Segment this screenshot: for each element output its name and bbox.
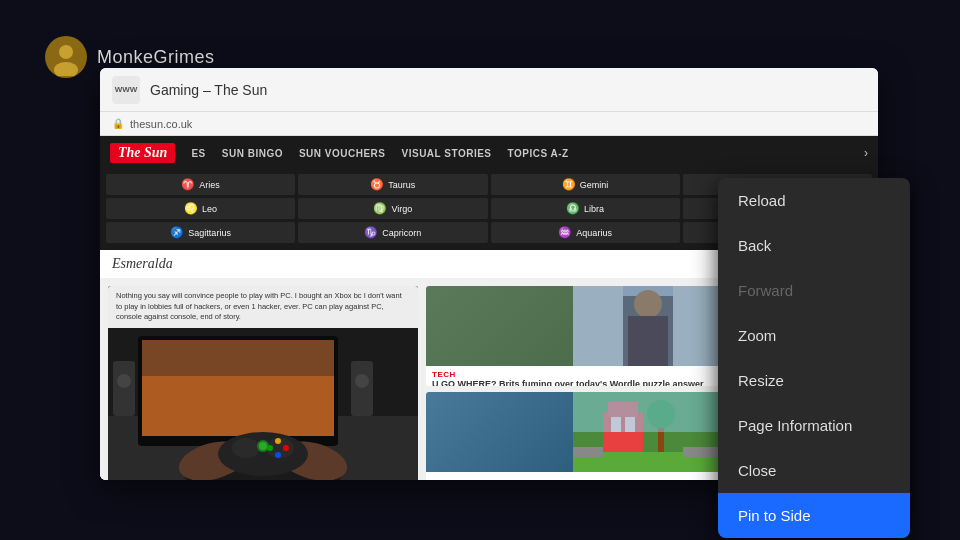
svg-rect-28 <box>628 316 668 366</box>
zodiac-capricorn[interactable]: ♑ Capricorn <box>298 222 487 243</box>
svg-point-24 <box>267 445 273 451</box>
menu-item-resize[interactable]: Resize <box>718 358 910 403</box>
nav-item-es[interactable]: ES <box>191 148 205 159</box>
sun-nav: The Sun ES SUN BINGO SUN VOUCHERS VISUAL… <box>100 136 878 170</box>
svg-rect-41 <box>683 447 723 457</box>
nav-arrow-icon[interactable]: › <box>864 146 868 160</box>
nav-item-topics[interactable]: TOPICS A-Z <box>508 148 569 159</box>
sun-logo: The Sun <box>110 143 175 163</box>
svg-rect-11 <box>351 361 373 416</box>
gaming-image: Nothing you say will convince people to … <box>108 286 418 480</box>
svg-rect-39 <box>573 392 723 432</box>
menu-item-reload[interactable]: Reload <box>718 178 910 223</box>
psychic-name: Esmeralda <box>112 256 173 272</box>
zodiac-taurus[interactable]: ♉ Taurus <box>298 174 487 195</box>
menu-item-close[interactable]: Close <box>718 448 910 493</box>
svg-rect-40 <box>573 447 603 457</box>
nav-item-bingo[interactable]: SUN BINGO <box>222 148 283 159</box>
zodiac-aquarius[interactable]: ♒ Aquarius <box>491 222 680 243</box>
context-menu: Reload Back Forward Zoom Resize Page Inf… <box>718 178 910 538</box>
avatar <box>45 36 87 78</box>
menu-item-page-info[interactable]: Page Information <box>718 403 910 448</box>
svg-point-17 <box>232 438 260 458</box>
nav-item-visual[interactable]: VISUAL STORIES <box>402 148 492 159</box>
svg-point-12 <box>355 374 369 388</box>
svg-point-27 <box>634 290 662 318</box>
svg-rect-9 <box>113 361 135 416</box>
lock-icon: 🔒 <box>112 118 124 129</box>
www-icon: WWW <box>112 76 140 104</box>
svg-point-22 <box>283 445 289 451</box>
menu-item-pin[interactable]: Pin to Side <box>718 493 910 538</box>
svg-point-1 <box>59 45 73 59</box>
url-text: thesun.co.uk <box>130 118 192 130</box>
zodiac-gemini[interactable]: ♊ Gemini <box>491 174 680 195</box>
nav-item-vouchers[interactable]: SUN VOUCHERS <box>299 148 386 159</box>
zodiac-leo[interactable]: ♌ Leo <box>106 198 295 219</box>
svg-point-21 <box>275 438 281 444</box>
browser-bar: WWW Gaming – The Sun <box>100 68 878 112</box>
svg-point-23 <box>275 452 281 458</box>
menu-item-forward[interactable]: Forward <box>718 268 910 313</box>
browser-title: Gaming – The Sun <box>150 82 866 98</box>
svg-rect-8 <box>142 376 334 436</box>
menu-item-zoom[interactable]: Zoom <box>718 313 910 358</box>
svg-rect-30 <box>673 286 723 366</box>
zodiac-aries[interactable]: ♈ Aries <box>106 174 295 195</box>
url-bar: 🔒 thesun.co.uk <box>100 112 878 136</box>
svg-rect-29 <box>573 286 623 366</box>
svg-point-20 <box>259 442 267 450</box>
menu-item-back[interactable]: Back <box>718 223 910 268</box>
svg-point-10 <box>117 374 131 388</box>
zodiac-libra[interactable]: ♎ Libra <box>491 198 680 219</box>
svg-point-16 <box>218 432 308 476</box>
zodiac-sagittarius[interactable]: ♐ Sagittarius <box>106 222 295 243</box>
user-name: MonkeGrimes <box>97 47 215 68</box>
zodiac-virgo[interactable]: ♍ Virgo <box>298 198 487 219</box>
gaming-comment: Nothing you say will convince people to … <box>108 286 418 328</box>
